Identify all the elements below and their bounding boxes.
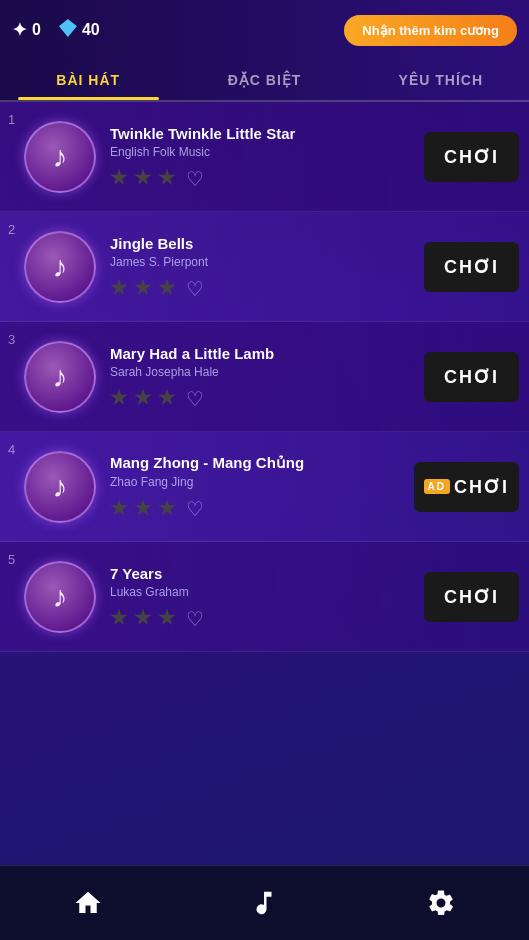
- diamond-count: 40: [82, 21, 100, 39]
- star-icon: ✦: [12, 19, 27, 41]
- star-3: [158, 609, 176, 627]
- star-2: [134, 169, 152, 187]
- rating-row: ♡: [110, 387, 414, 409]
- top-bar: ✦ 0 40 Nhận thêm kim cương: [0, 0, 529, 60]
- star-1: [110, 389, 128, 407]
- star-3: [158, 499, 176, 517]
- song-info: Jingle Bells James S. Pierpont ♡: [100, 235, 424, 299]
- play-button[interactable]: CHƠI: [424, 242, 519, 292]
- song-icon-wrap: ♪: [24, 231, 96, 303]
- rating-row: ♡: [110, 167, 414, 189]
- star-1: [110, 169, 128, 187]
- diamond-currency: 40: [59, 19, 100, 41]
- star-2: [134, 609, 152, 627]
- rating-row: ♡: [110, 497, 404, 519]
- rating-row: ♡: [110, 277, 414, 299]
- song-number: 2: [8, 222, 15, 237]
- song-number: 3: [8, 332, 15, 347]
- list-item: 1 ♪ Twinkle Twinkle Little Star English …: [0, 102, 529, 212]
- ad-badge: AD: [424, 479, 450, 494]
- music-note-icon: ♪: [53, 250, 68, 284]
- star-3: [158, 279, 176, 297]
- settings-icon: [426, 888, 456, 918]
- nav-music[interactable]: [176, 888, 352, 918]
- song-title: Jingle Bells: [110, 235, 414, 252]
- song-title: Twinkle Twinkle Little Star: [110, 125, 414, 142]
- song-title: Mary Had a Little Lamb: [110, 345, 414, 362]
- song-info: Mang Zhong - Mang Chủng Zhao Fang Jing ♡: [100, 454, 414, 519]
- tab-yeu-thich[interactable]: YÊU THÍCH: [353, 60, 529, 100]
- song-number: 5: [8, 552, 15, 567]
- bottom-nav: [0, 865, 529, 940]
- star-2: [134, 389, 152, 407]
- heart-icon[interactable]: ♡: [186, 277, 208, 299]
- song-title: Mang Zhong - Mang Chủng: [110, 454, 404, 472]
- song-icon-wrap: ♪: [24, 121, 96, 193]
- rating-row: ♡: [110, 607, 414, 629]
- song-artist: Zhao Fang Jing: [110, 475, 404, 489]
- currency-group: ✦ 0 40: [12, 19, 344, 41]
- list-item: 4 ♪ Mang Zhong - Mang Chủng Zhao Fang Ji…: [0, 432, 529, 542]
- nav-home[interactable]: [0, 888, 176, 918]
- song-info: Twinkle Twinkle Little Star English Folk…: [100, 125, 424, 189]
- play-button[interactable]: CHƠI: [424, 132, 519, 182]
- star-1: [110, 279, 128, 297]
- play-button[interactable]: CHƠI: [424, 572, 519, 622]
- tab-bai-hat[interactable]: BÀI HÁT: [0, 60, 176, 100]
- music-note-icon: ♪: [53, 360, 68, 394]
- star-1: [110, 499, 128, 517]
- song-icon-wrap: ♪: [24, 561, 96, 633]
- nav-settings[interactable]: [353, 888, 529, 918]
- heart-icon[interactable]: ♡: [186, 387, 208, 409]
- heart-icon[interactable]: ♡: [186, 607, 208, 629]
- list-item: 5 ♪ 7 Years Lukas Graham ♡ CHƠI: [0, 542, 529, 652]
- heart-icon[interactable]: ♡: [186, 167, 208, 189]
- music-note-icon: ♪: [53, 140, 68, 174]
- song-number: 1: [8, 112, 15, 127]
- diamond-icon: [59, 19, 77, 41]
- play-ad-button[interactable]: AD CHƠI: [414, 462, 519, 512]
- star-currency: ✦ 0: [12, 19, 41, 41]
- home-icon: [73, 888, 103, 918]
- list-item: 2 ♪ Jingle Bells James S. Pierpont ♡ CHƠ…: [0, 212, 529, 322]
- song-icon-wrap: ♪: [24, 451, 96, 523]
- song-icon-wrap: ♪: [24, 341, 96, 413]
- song-title: 7 Years: [110, 565, 414, 582]
- heart-icon[interactable]: ♡: [186, 497, 208, 519]
- music-icon: [249, 888, 279, 918]
- star-1: [110, 609, 128, 627]
- song-artist: Sarah Josepha Hale: [110, 365, 414, 379]
- star-2: [134, 279, 152, 297]
- star-3: [158, 169, 176, 187]
- music-note-icon: ♪: [53, 580, 68, 614]
- get-diamond-button[interactable]: Nhận thêm kim cương: [344, 15, 517, 46]
- play-button[interactable]: CHƠI: [424, 352, 519, 402]
- song-info: 7 Years Lukas Graham ♡: [100, 565, 424, 629]
- tabs-bar: BÀI HÁT ĐẶC BIỆT YÊU THÍCH: [0, 60, 529, 102]
- star-3: [158, 389, 176, 407]
- song-artist: English Folk Music: [110, 145, 414, 159]
- song-list: 1 ♪ Twinkle Twinkle Little Star English …: [0, 102, 529, 857]
- list-item: 3 ♪ Mary Had a Little Lamb Sarah Josepha…: [0, 322, 529, 432]
- star-2: [134, 499, 152, 517]
- song-info: Mary Had a Little Lamb Sarah Josepha Hal…: [100, 345, 424, 409]
- music-note-icon: ♪: [53, 470, 68, 504]
- song-number: 4: [8, 442, 15, 457]
- tab-dac-biet[interactable]: ĐẶC BIỆT: [176, 60, 352, 100]
- song-artist: James S. Pierpont: [110, 255, 414, 269]
- star-count: 0: [32, 21, 41, 39]
- song-artist: Lukas Graham: [110, 585, 414, 599]
- play-label: CHƠI: [454, 476, 509, 498]
